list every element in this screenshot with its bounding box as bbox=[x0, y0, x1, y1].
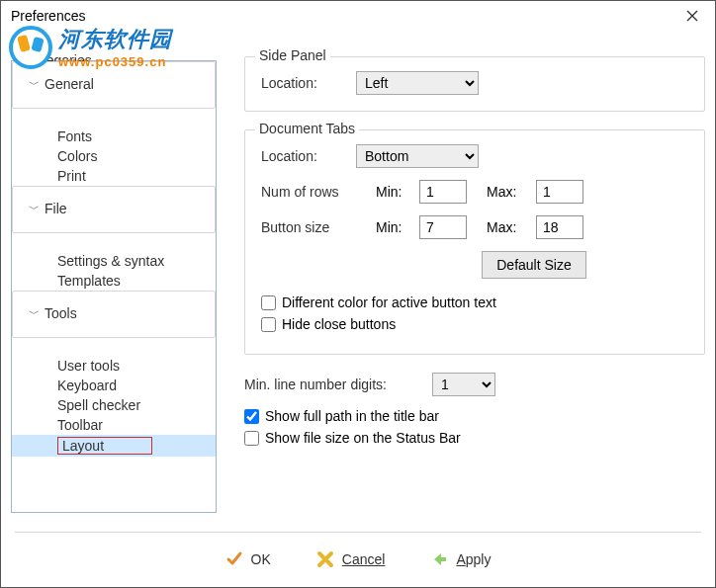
apply-label-rest: pply bbox=[466, 551, 492, 567]
tree-group-file[interactable]: ﹀File bbox=[12, 186, 216, 233]
show-full-path-checkbox[interactable] bbox=[244, 409, 259, 424]
diff-color-checkbox-row: Different color for active button text bbox=[261, 294, 688, 310]
doctabs-location-select[interactable]: Bottom bbox=[356, 144, 479, 168]
close-icon bbox=[686, 10, 698, 22]
button-size-min-input[interactable] bbox=[419, 215, 467, 239]
titlebar: Preferences bbox=[1, 1, 715, 31]
window-title: Preferences bbox=[11, 8, 85, 24]
document-tabs-legend: Document Tabs bbox=[255, 121, 359, 136]
button-size-label: Button size bbox=[261, 219, 376, 235]
hide-close-checkbox[interactable] bbox=[261, 317, 276, 332]
tree-item-user-tools[interactable]: User tools bbox=[12, 356, 216, 376]
check-icon bbox=[225, 550, 243, 568]
min-digits-label: Min. line number digits: bbox=[244, 377, 432, 392]
button-size-max-label: Max: bbox=[487, 219, 536, 235]
show-full-path-label: Show full path in the title bar bbox=[265, 408, 439, 424]
num-rows-max-input[interactable] bbox=[536, 180, 583, 204]
svg-rect-0 bbox=[440, 557, 446, 561]
num-rows-min-label: Min: bbox=[376, 184, 419, 200]
tree-item-layout[interactable]: Layout bbox=[12, 435, 216, 457]
tree-item-toolbar[interactable]: Toolbar bbox=[12, 415, 216, 435]
side-panel-location-select[interactable]: Left bbox=[356, 71, 479, 95]
tree-item-fonts[interactable]: Fonts bbox=[12, 126, 216, 146]
button-size-min-label: Min: bbox=[376, 219, 419, 235]
categories-tree[interactable]: ﹀General Fonts Colors Print ﹀File Settin… bbox=[11, 60, 217, 513]
hide-close-checkbox-row: Hide close buttons bbox=[261, 316, 688, 332]
num-rows-min-input[interactable] bbox=[419, 180, 467, 204]
tree-item-colors[interactable]: Colors bbox=[12, 146, 216, 166]
side-panel-location-label: Location: bbox=[261, 75, 356, 91]
settings-panel: Side Panel Location: Left Document Tabs … bbox=[217, 37, 705, 525]
arrow-left-icon bbox=[430, 550, 448, 568]
chevron-down-icon: ﹀ bbox=[29, 202, 43, 216]
dialog-footer: OK Cancel Apply bbox=[1, 538, 715, 577]
tree-item-spell-checker[interactable]: Spell checker bbox=[12, 395, 216, 415]
cancel-icon bbox=[316, 550, 334, 568]
cancel-button[interactable]: Cancel bbox=[316, 550, 386, 568]
show-file-size-row: Show file size on the Status Bar bbox=[244, 430, 705, 446]
hide-close-label: Hide close buttons bbox=[282, 316, 396, 332]
min-digits-select[interactable]: 1 bbox=[432, 373, 495, 396]
diff-color-label: Different color for active button text bbox=[282, 294, 496, 310]
tree-item-print[interactable]: Print bbox=[12, 166, 216, 186]
num-rows-max-label: Max: bbox=[487, 184, 536, 200]
show-file-size-checkbox[interactable] bbox=[244, 431, 259, 446]
apply-button[interactable]: Apply bbox=[430, 550, 491, 568]
show-full-path-row: Show full path in the title bar bbox=[244, 408, 705, 424]
show-file-size-label: Show file size on the Status Bar bbox=[265, 430, 461, 446]
tree-item-templates[interactable]: Templates bbox=[12, 271, 216, 291]
misc-group: Min. line number digits: 1 Show full pat… bbox=[244, 373, 705, 446]
default-size-button[interactable]: Default Size bbox=[482, 251, 585, 279]
chevron-down-icon: ﹀ bbox=[29, 306, 43, 321]
side-panel-legend: Side Panel bbox=[255, 47, 330, 63]
close-button[interactable] bbox=[670, 1, 715, 31]
tree-item-settings-syntax[interactable]: Settings & syntax bbox=[12, 251, 216, 271]
doctabs-location-label: Location: bbox=[261, 148, 356, 164]
tree-group-general[interactable]: ﹀General bbox=[12, 61, 216, 109]
tree-item-keyboard[interactable]: Keyboard bbox=[12, 376, 216, 395]
document-tabs-group: Document Tabs Location: Bottom Num of ro… bbox=[244, 129, 705, 355]
ok-button[interactable]: OK bbox=[225, 550, 271, 568]
apply-label-u: A bbox=[456, 551, 465, 567]
cancel-label: Cancel bbox=[342, 551, 386, 567]
num-rows-label: Num of rows bbox=[261, 184, 376, 200]
diff-color-checkbox[interactable] bbox=[261, 295, 276, 310]
tree-group-tools[interactable]: ﹀Tools bbox=[12, 291, 216, 338]
button-size-max-input[interactable] bbox=[536, 215, 583, 239]
chevron-down-icon: ﹀ bbox=[29, 77, 43, 92]
side-panel-group: Side Panel Location: Left bbox=[244, 56, 705, 112]
